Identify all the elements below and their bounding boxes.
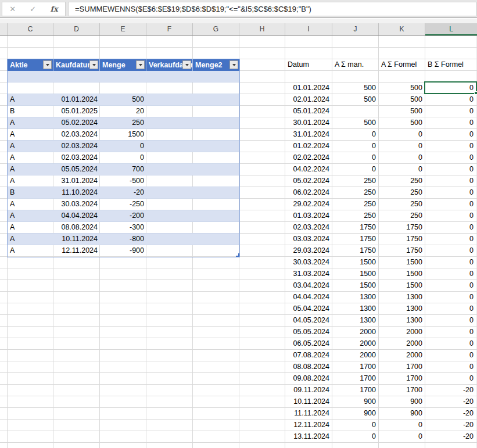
summary-header-b-formel[interactable]: B Σ Formel xyxy=(425,59,476,71)
cell-verkaufdatum[interactable] xyxy=(146,152,193,163)
cell-aktie[interactable]: A xyxy=(8,141,53,152)
cell-a-formel[interactable]: 900 xyxy=(379,396,425,408)
table-resize-handle[interactable] xyxy=(236,253,239,257)
cell-a-man[interactable]: 1500 xyxy=(332,257,379,268)
cell-a-formel[interactable]: 0 xyxy=(379,164,425,175)
cell-verkaufdatum[interactable] xyxy=(146,187,193,198)
cell-kaufdatum[interactable]: 11.10.2024 xyxy=(53,187,100,198)
table-row-empty[interactable] xyxy=(8,71,239,83)
summary-row[interactable]: 03.03.2024 1750 1750 0 xyxy=(285,234,476,245)
table-row[interactable]: A 10.11.2024 -800 xyxy=(8,234,239,245)
summary-row[interactable]: 05.04.2024 1300 1300 0 xyxy=(285,303,476,315)
cell-a-man[interactable]: 900 xyxy=(332,408,379,420)
cell-datum[interactable]: 01.02.2024 xyxy=(285,141,332,152)
summary-row[interactable]: 05.01.2024 500 0 xyxy=(285,106,476,117)
table-header-cell[interactable]: Aktie xyxy=(8,59,53,71)
cell-a-formel[interactable]: 1300 xyxy=(379,315,425,327)
cell-datum[interactable]: 01.03.2024 xyxy=(285,210,332,222)
cell-menge[interactable]: 20 xyxy=(100,106,146,117)
summary-row[interactable]: 09.08.2024 1700 1700 0 xyxy=(285,373,476,385)
cell-b-formel[interactable]: 0 xyxy=(425,187,476,199)
cell-b-formel[interactable]: 0 xyxy=(425,129,476,141)
cell-verkaufdatum[interactable] xyxy=(146,234,193,245)
cell-datum[interactable]: 31.01.2024 xyxy=(285,129,332,141)
cell-b-formel[interactable]: -20 xyxy=(425,408,476,420)
cell-aktie[interactable]: A xyxy=(8,210,53,221)
cell-a-man[interactable]: 1500 xyxy=(332,280,379,292)
cell-a-man[interactable]: 900 xyxy=(332,396,379,408)
cell-menge2[interactable] xyxy=(193,210,239,221)
cell-verkaufdatum[interactable] xyxy=(146,222,193,233)
summary-row[interactable]: 02.01.2024 500 500 0 xyxy=(285,94,476,106)
cell-menge2[interactable] xyxy=(193,94,239,105)
cell-a-formel[interactable]: 1750 xyxy=(379,222,425,234)
summary-row[interactable]: 07.08.2024 2000 2000 0 xyxy=(285,350,476,361)
cell-a-formel[interactable]: 1500 xyxy=(379,257,425,268)
table-header-cell[interactable]: Verkaufdatum xyxy=(146,59,193,71)
cell-verkaufdatum[interactable] xyxy=(146,117,193,128)
cell-menge[interactable]: 1500 xyxy=(100,129,146,140)
cell-verkaufdatum[interactable] xyxy=(146,199,193,210)
cell-aktie[interactable]: B xyxy=(8,106,53,117)
cell-a-man[interactable]: 1750 xyxy=(332,245,379,257)
cell-a-man[interactable]: 1700 xyxy=(332,373,379,385)
summary-header-a-formel[interactable]: A Σ Formel xyxy=(379,59,425,71)
cell-aktie[interactable] xyxy=(8,71,53,82)
cell-a-man[interactable]: 1700 xyxy=(332,385,379,396)
cell-b-formel[interactable]: 0 xyxy=(425,327,476,338)
cell-a-man[interactable]: 2000 xyxy=(332,350,379,361)
column-header-H[interactable]: H xyxy=(239,23,285,35)
cancel-icon[interactable]: ✕ xyxy=(9,2,16,16)
cell-menge[interactable]: 0 xyxy=(100,141,146,152)
cell-b-formel[interactable]: 0 xyxy=(425,210,476,222)
cell-a-formel[interactable]: 250 xyxy=(379,187,425,199)
summary-row[interactable]: 12.11.2024 0 0 -20 xyxy=(285,420,476,431)
cell-menge2[interactable] xyxy=(193,175,239,187)
cell-datum[interactable]: 30.03.2024 xyxy=(285,257,332,268)
cell-verkaufdatum[interactable] xyxy=(146,164,193,175)
insert-function-icon[interactable]: fx xyxy=(51,5,58,13)
cell-datum[interactable]: 02.02.2024 xyxy=(285,152,332,164)
cell-a-formel[interactable]: 1750 xyxy=(379,234,425,245)
summary-row[interactable]: 01.01.2024 500 500 0 xyxy=(285,83,476,94)
column-header-J[interactable]: J xyxy=(332,23,379,35)
cell-a-formel[interactable]: 500 xyxy=(379,106,425,117)
cell-menge[interactable]: -200 xyxy=(100,210,146,221)
cell-kaufdatum[interactable]: 01.01.2024 xyxy=(53,94,100,105)
cell-menge[interactable]: 0 xyxy=(100,152,146,163)
table-row[interactable]: A 08.08.2024 -300 xyxy=(8,222,239,234)
cell-a-man[interactable]: 0 xyxy=(332,420,379,431)
cell-kaufdatum[interactable]: 05.02.2024 xyxy=(53,117,100,128)
cell-aktie[interactable]: A xyxy=(8,175,53,187)
cell-a-formel[interactable]: 0 xyxy=(379,152,425,164)
cell-kaufdatum[interactable]: 31.01.2024 xyxy=(53,175,100,187)
cell-menge2[interactable] xyxy=(193,234,239,245)
cell-a-formel[interactable]: 250 xyxy=(379,210,425,222)
cell-menge[interactable] xyxy=(100,83,146,94)
cell-a-man[interactable]: 1300 xyxy=(332,315,379,327)
cell-b-formel[interactable]: 0 xyxy=(425,141,476,152)
summary-row[interactable]: 13.11.2024 0 0 -20 xyxy=(285,431,476,443)
cell-a-man[interactable]: 1750 xyxy=(332,222,379,234)
column-header-I[interactable]: I xyxy=(285,23,332,35)
cell-menge[interactable] xyxy=(100,71,146,82)
cell-a-formel[interactable]: 1700 xyxy=(379,373,425,385)
cell-menge2[interactable] xyxy=(193,129,239,140)
summary-row[interactable]: 10.11.2024 900 900 -20 xyxy=(285,396,476,408)
cell-menge2[interactable] xyxy=(193,164,239,175)
cell-verkaufdatum[interactable] xyxy=(146,106,193,117)
cell-datum[interactable]: 03.04.2024 xyxy=(285,280,332,292)
cell-menge[interactable]: -250 xyxy=(100,199,146,210)
cell-datum[interactable]: 07.08.2024 xyxy=(285,350,332,361)
cell-menge2[interactable] xyxy=(193,245,239,257)
filter-dropdown-button[interactable] xyxy=(89,60,98,69)
summary-row[interactable]: 29.02.2024 250 250 0 xyxy=(285,199,476,210)
cell-datum[interactable]: 30.01.2024 xyxy=(285,117,332,129)
cell-a-man[interactable]: 500 xyxy=(332,94,379,106)
cell-a-man[interactable]: 0 xyxy=(332,164,379,175)
cell-a-man[interactable]: 2000 xyxy=(332,327,379,338)
cell-a-man[interactable]: 0 xyxy=(332,152,379,164)
table-header-cell[interactable]: Kaufdatum xyxy=(53,59,100,71)
cell-menge[interactable]: -300 xyxy=(100,222,146,233)
cell-datum[interactable]: 08.08.2024 xyxy=(285,361,332,373)
